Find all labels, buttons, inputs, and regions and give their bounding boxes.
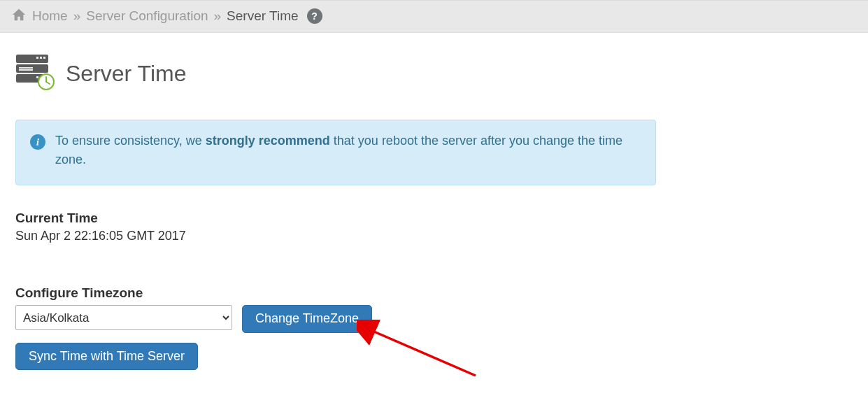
breadcrumb-current: Server Time xyxy=(227,9,298,22)
svg-rect-5 xyxy=(43,57,45,59)
breadcrumb-separator: » xyxy=(73,9,81,22)
alert-message: To ensure consistency, we strongly recom… xyxy=(55,132,641,169)
configure-timezone-label: Configure Timezone xyxy=(15,285,656,301)
breadcrumb: Home » Server Configuration » Server Tim… xyxy=(0,0,868,33)
info-icon: i xyxy=(30,134,45,150)
svg-rect-7 xyxy=(19,69,33,71)
breadcrumb-section[interactable]: Server Configuration xyxy=(86,9,208,22)
current-time-label: Current Time xyxy=(15,211,656,226)
page-header: Server Time xyxy=(15,54,656,93)
svg-rect-3 xyxy=(36,57,38,59)
svg-line-14 xyxy=(371,330,476,376)
page-title: Server Time xyxy=(66,61,186,87)
help-icon[interactable]: ? xyxy=(307,8,322,24)
alert-text-strong: strongly recommend xyxy=(206,134,330,148)
svg-rect-8 xyxy=(36,76,38,78)
alert-text-pre: To ensure consistency, we xyxy=(55,134,206,148)
svg-rect-4 xyxy=(40,57,42,59)
breadcrumb-home[interactable]: Home xyxy=(32,9,68,22)
content-area: Server Time i To ensure consistency, we … xyxy=(0,33,671,391)
sync-time-button[interactable]: Sync Time with Time Server xyxy=(15,343,198,371)
change-timezone-button[interactable]: Change TimeZone xyxy=(242,305,372,333)
home-icon xyxy=(11,8,27,24)
server-time-icon xyxy=(15,54,55,93)
breadcrumb-separator: » xyxy=(214,9,222,22)
timezone-select[interactable]: Asia/Kolkata xyxy=(15,305,232,330)
svg-rect-6 xyxy=(19,67,33,69)
current-time-value: Sun Apr 2 22:16:05 GMT 2017 xyxy=(15,229,656,243)
info-alert: i To ensure consistency, we strongly rec… xyxy=(15,120,656,185)
